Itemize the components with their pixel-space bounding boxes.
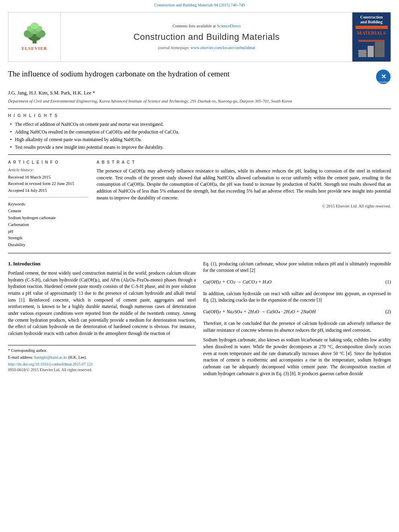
intro-para-2: Eq. (1), producing calcium carbonate, wh… bbox=[203, 261, 391, 274]
keyword-item: Carbonation bbox=[8, 222, 88, 228]
crossmark-badge: ✕ CrossMark bbox=[376, 69, 391, 86]
copyright-line: © 2015 Elsevier Ltd. All rights reserved… bbox=[97, 203, 391, 210]
revised-date: Received in revised form 22 June 2015 bbox=[8, 181, 88, 187]
highlights-label: H I G H L I G H T S bbox=[8, 113, 391, 119]
highlights-section: H I G H L I G H T S The effect of additi… bbox=[8, 113, 391, 150]
elsevier-logo: ELSEVIER bbox=[21, 23, 49, 51]
issn-line: 0950-0618/© 2015 Elsevier Ltd. All right… bbox=[8, 367, 196, 373]
journal-header-center: Contents lists available at ScienceDirec… bbox=[61, 12, 352, 62]
asterisk: * bbox=[91, 90, 95, 96]
cover-subtitle: MATERIALS bbox=[356, 30, 388, 37]
abstract-text: The presence of Ca(OH)₂ may adversely in… bbox=[97, 168, 391, 201]
email-note: E-mail address: haengki@kaist.ac.kr (H.K… bbox=[8, 355, 196, 360]
intro-para-1: Portland cement, the most widely used co… bbox=[8, 270, 196, 337]
article-title-section: The influence of sodium hydrogen carbona… bbox=[8, 69, 391, 86]
journal-title: Construction and Building Materials bbox=[134, 31, 280, 43]
equation-2: Ca(OH)₂ + Na₂SO₄ + 2H₂O → CaSO₄ · 2H₂O +… bbox=[203, 307, 391, 317]
cover-title-line1: Constructionand Building bbox=[356, 15, 388, 25]
svg-rect-9 bbox=[358, 50, 366, 57]
info-abstract-section: A R T I C L E I N F O Article history: R… bbox=[8, 160, 391, 249]
keyword-item: Cement bbox=[8, 208, 88, 214]
svg-text:✕: ✕ bbox=[381, 73, 386, 80]
journal-header: ELSEVIER Contents lists available at Sci… bbox=[8, 12, 391, 62]
sciencedirect-link[interactable]: ScienceDirect bbox=[217, 24, 241, 28]
page: Construction and Building Materials 94 (… bbox=[0, 0, 399, 532]
svg-rect-12 bbox=[358, 40, 385, 42]
cover-bar-decoration bbox=[356, 26, 388, 29]
contents-line: Contents lists available at ScienceDirec… bbox=[173, 23, 241, 29]
highlight-item: Adding NaHCO₃ resulted in the consumptio… bbox=[10, 129, 391, 135]
intro-para-5: Sodium hydrogen carbonate, also known as… bbox=[203, 337, 391, 377]
svg-text:CrossMark: CrossMark bbox=[377, 81, 389, 83]
article-body: The influence of sodium hydrogen carbona… bbox=[0, 69, 399, 380]
abstract-label: A B S T R A C T bbox=[97, 160, 391, 165]
highlight-item: The effect of addition of NaHCO₃ on ceme… bbox=[10, 121, 391, 127]
article-info-column: A R T I C L E I N F O Article history: R… bbox=[8, 160, 88, 249]
main-content-section: 1. Introduction Portland cement, the mos… bbox=[8, 261, 391, 380]
abstract-column: A B S T R A C T The presence of Ca(OH)₂ … bbox=[97, 160, 391, 249]
journal-reference-bar: Construction and Building Materials 94 (… bbox=[0, 0, 399, 10]
divider-4 bbox=[8, 253, 391, 253]
divider-2 bbox=[8, 154, 391, 155]
email-link[interactable]: haengki@kaist.ac.kr bbox=[34, 355, 67, 359]
equation-1: Ca(OH)₂ + CO₂ → CaCO₃ + H₂O (1) bbox=[203, 277, 391, 287]
elsevier-logo-section: ELSEVIER bbox=[8, 12, 61, 62]
main-col-left: 1. Introduction Portland cement, the mos… bbox=[8, 261, 196, 380]
journal-cover: Constructionand Building MATERIALS bbox=[352, 12, 391, 62]
divider-3 bbox=[8, 197, 88, 197]
corresponding-note: * Corresponding author. bbox=[8, 348, 196, 353]
homepage-url[interactable]: www.elsevier.com/locate/conbuildmat bbox=[191, 45, 255, 50]
equation-2-number: (2) bbox=[385, 308, 391, 315]
intro-para-4: Therefore, it can be concluded that the … bbox=[203, 320, 391, 333]
intro-para-3: In addition, calcium hydroxide can react… bbox=[203, 290, 391, 304]
svg-point-7 bbox=[31, 23, 39, 29]
affiliation: Department of Civil and Environmental En… bbox=[8, 99, 391, 105]
crossmark-icon: ✕ CrossMark bbox=[376, 69, 391, 84]
svg-rect-10 bbox=[368, 46, 374, 57]
accepted-date: Accepted 14 July 2015 bbox=[8, 188, 88, 194]
equation-2-text: Ca(OH)₂ + Na₂SO₄ + 2H₂O → CaSO₄ · 2H₂O +… bbox=[203, 308, 316, 315]
keyword-item: Sodium hydrogen carbonate bbox=[8, 215, 88, 221]
highlights-list: The effect of addition of NaHCO₃ on ceme… bbox=[10, 121, 391, 150]
elsevier-text: ELSEVIER bbox=[22, 45, 47, 51]
section1-heading: 1. Introduction bbox=[8, 261, 196, 268]
highlight-item: High alkalinity of cement paste was main… bbox=[10, 136, 391, 143]
journal-reference-text: Construction and Building Materials 94 (… bbox=[154, 3, 245, 7]
keyword-item: Strength bbox=[8, 235, 88, 241]
highlight-item: Test results provide a new insight into … bbox=[10, 144, 391, 150]
elsevier-tree-icon bbox=[21, 23, 49, 45]
received-date: Received 16 March 2015 bbox=[8, 175, 88, 181]
keywords-label: Keywords: bbox=[8, 201, 88, 207]
cover-illustration bbox=[356, 38, 387, 58]
keyword-item: Durability bbox=[8, 242, 88, 248]
divider-1 bbox=[8, 109, 391, 109]
keywords-list: Cement Sodium hydrogen carbonate Carbona… bbox=[8, 208, 88, 248]
equation-1-text: Ca(OH)₂ + CO₂ → CaCO₃ + H₂O bbox=[203, 279, 271, 286]
equation-1-number: (1) bbox=[385, 279, 391, 286]
keyword-item: pH bbox=[8, 229, 88, 235]
svg-rect-11 bbox=[375, 42, 385, 57]
main-col-right: Eq. (1), producing calcium carbonate, wh… bbox=[203, 261, 391, 380]
authors-line: J.G. Jang, H.J. Kim, S.M. Park, H.K. Lee… bbox=[8, 90, 391, 97]
article-info-label: A R T I C L E I N F O bbox=[8, 160, 88, 165]
footer-section: * Corresponding author. E-mail address: … bbox=[8, 345, 196, 373]
doi-link[interactable]: http://dx.doi.org/10.1016/j.conbuildmat.… bbox=[8, 362, 196, 367]
article-title: The influence of sodium hydrogen carbona… bbox=[8, 69, 376, 79]
history-label: Article history: bbox=[8, 167, 88, 173]
journal-homepage: journal homepage: www.elsevier.com/locat… bbox=[158, 45, 255, 51]
journal-cover-box: Constructionand Building MATERIALS bbox=[356, 15, 388, 59]
